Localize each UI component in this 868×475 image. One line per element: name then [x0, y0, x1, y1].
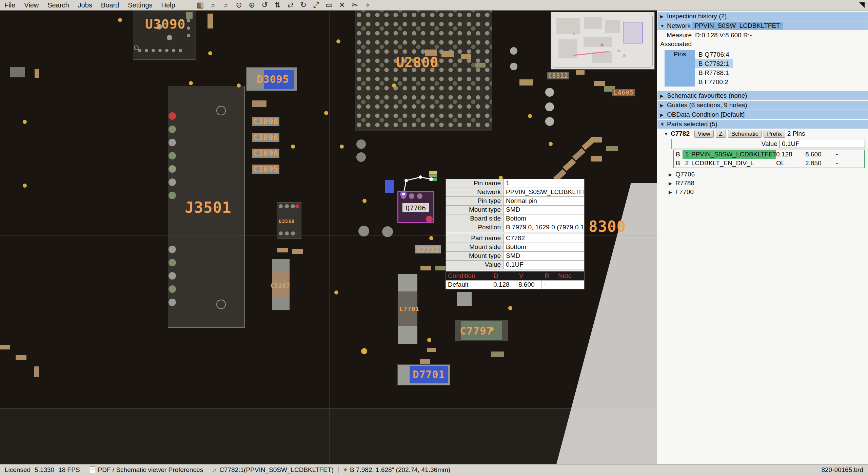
- tooltip-field-label: Board side: [446, 214, 504, 223]
- menu-settings[interactable]: Settings: [123, 1, 157, 9]
- crosshair-icon[interactable]: ⌖: [361, 1, 374, 10]
- component-label-c8312[interactable]: C8312: [547, 72, 569, 79]
- document-icon: [90, 467, 95, 473]
- board-overview-map[interactable]: [551, 12, 655, 70]
- network-name-chip[interactable]: PPVIN_S0SW_LCDBKLTFET: [692, 22, 783, 30]
- component-label-c7712[interactable]: C7712: [415, 245, 441, 253]
- condition-table-row: Default 0.128 8.600 -: [446, 280, 584, 289]
- menu-help[interactable]: Help: [157, 1, 180, 9]
- component-label-c309a[interactable]: C309A: [252, 149, 279, 158]
- component-label-l7701[interactable]: L7701: [399, 305, 419, 312]
- cut-icon[interactable]: ✂: [349, 1, 361, 10]
- component-label-u3560[interactable]: U3560: [279, 218, 295, 224]
- condition-col: Condition: [446, 271, 492, 280]
- tooltip-field-label: Position: [446, 223, 504, 232]
- component-label-d3095[interactable]: D3095: [252, 70, 294, 89]
- part-name: C7782: [671, 130, 690, 137]
- schematic-button[interactable]: Schematic: [728, 130, 762, 138]
- part-item-f7700[interactable]: ▶ F7700: [657, 188, 868, 196]
- flip-horizontal-icon[interactable]: ⇄: [284, 1, 297, 10]
- pcb-view-icon[interactable]: ▦: [194, 1, 207, 10]
- selection-label: C7782:1(PPVIN_S0SW_LCDBKLTFET): [219, 466, 334, 474]
- part-pin-row[interactable]: B 1PPVIN_S0SW_LCDBKLTFET 0.128 8.600 -: [674, 150, 864, 159]
- window-icon[interactable]: ▭: [323, 1, 336, 10]
- prefix-button[interactable]: Prefix: [764, 130, 785, 138]
- component-label-l4605[interactable]: L4605: [612, 89, 635, 96]
- menu-view[interactable]: View: [20, 1, 43, 9]
- part-item-r7788[interactable]: ▶ R7788: [657, 179, 868, 188]
- tooltip-field-label: Mount type: [446, 205, 504, 214]
- version-label: 5.1330: [35, 466, 54, 474]
- condition-name: Default: [446, 280, 491, 289]
- tooltip-field-value: 0.1UF: [504, 260, 584, 269]
- part-value-row: Value: [671, 139, 866, 149]
- pin-count-label: 2 Pins: [787, 130, 805, 137]
- sidebar-section-guides[interactable]: ▶ Guides (6 sections, 9 notes): [657, 101, 868, 110]
- tooltip-field-value: B 7979.0, 1629.0 (7979.0 1629.0): [504, 223, 584, 232]
- component-label-j3501[interactable]: J3501: [185, 199, 231, 216]
- pin-diode-value: OL: [776, 159, 805, 168]
- close-icon[interactable]: ✕: [336, 1, 349, 10]
- z-button[interactable]: Z: [716, 130, 726, 138]
- overview-region: [556, 18, 580, 34]
- pin-list-item[interactable]: B F7700:2: [695, 77, 733, 87]
- search-zoom-icon[interactable]: ⌕: [207, 1, 220, 10]
- component-label-q7706[interactable]: Q7706: [402, 203, 429, 212]
- pin-list-item[interactable]: B R7788:1: [695, 68, 733, 77]
- component-label-c3098[interactable]: C3098: [252, 117, 279, 126]
- part-value-input[interactable]: [780, 140, 865, 148]
- chevron-right-icon: ▶: [660, 14, 667, 19]
- flip-vertical-icon[interactable]: ⇅: [271, 1, 284, 10]
- sidebar-section-inspection-history[interactable]: ▶ Inspection history (2): [657, 12, 868, 21]
- status-bar: Licensed 5.1330 18 FPS PDF / Schematic v…: [0, 464, 868, 475]
- component-label-c3287[interactable]: C3287: [270, 282, 290, 289]
- menu-search[interactable]: Search: [43, 1, 73, 9]
- menu-board[interactable]: Board: [97, 1, 123, 9]
- pin-voltage-value: 8.600: [805, 150, 836, 159]
- magnifier-icon[interactable]: ⌕: [220, 1, 233, 10]
- component-label-d7701[interactable]: D7701: [410, 366, 448, 383]
- viewport-indicator[interactable]: [624, 22, 643, 43]
- zoom-out-icon[interactable]: ⊖: [233, 1, 245, 10]
- rotate-cw-icon[interactable]: ↻: [297, 1, 310, 10]
- part-detail-header-c7782[interactable]: ▼ C7782 View Z Schematic Prefix 2 Pins: [657, 129, 868, 138]
- component-label-u2800[interactable]: U2800: [396, 55, 438, 70]
- chevron-right-icon: ▶: [660, 112, 667, 117]
- component-label-c3095[interactable]: C3095: [252, 165, 279, 174]
- pin-list-item[interactable]: B Q7706:4: [695, 50, 733, 59]
- zoom-in-icon[interactable]: ⊕: [245, 1, 258, 10]
- crosshair-icon: ⌖: [343, 466, 347, 474]
- board-filename: 820-00165.brd: [821, 466, 868, 474]
- sidebar-section-schematic-favourites[interactable]: ▶ Schematic favourites (none): [657, 91, 868, 100]
- pins-block: Pins B Q7706:4 B C7782:1 B R7788:1 B F77…: [665, 50, 868, 87]
- expand-icon[interactable]: ⤢: [310, 1, 323, 10]
- pin-net: PPVIN_S0SW_LCDBKLTFET: [691, 150, 776, 159]
- corner-pin-icon[interactable]: [859, 2, 865, 8]
- part-item-q7706[interactable]: ▶ Q7706: [657, 170, 868, 179]
- sidebar-section-network[interactable]: ▼ Network PPVIN_S0SW_LCDBKLTFET: [657, 21, 868, 30]
- part-pin-table: B 1PPVIN_S0SW_LCDBKLTFET 0.128 8.600 - B…: [673, 150, 865, 168]
- menu-jobs[interactable]: Jobs: [74, 1, 97, 9]
- condition-table-header: Condition D V R Note: [446, 271, 584, 280]
- viewer-preferences[interactable]: PDF / Schematic viewer Preferences: [85, 466, 208, 474]
- value-label: Value: [762, 140, 780, 148]
- component-label-c7797[interactable]: C7797: [460, 325, 493, 337]
- part-name: R7788: [675, 179, 694, 187]
- tooltip-field-value: Bottom: [504, 243, 584, 252]
- component-label-u8300-partial[interactable]: 8300: [589, 218, 626, 235]
- tooltip-field-value: Normal pin: [504, 196, 584, 206]
- overview-dot: [617, 50, 620, 52]
- component-label-u3090[interactable]: U3090: [145, 17, 185, 32]
- sidebar-section-obdata-condition[interactable]: ▶ OBData Condition [Default]: [657, 110, 868, 119]
- component-label-c3098[interactable]: C3098: [252, 133, 279, 142]
- rotate-ccw-icon[interactable]: ↺: [258, 1, 271, 10]
- sidebar-section-parts-selected[interactable]: ▼ Parts selected (5): [657, 120, 868, 129]
- part-name: F7700: [675, 188, 694, 196]
- pin-list-item-selected[interactable]: B C7782:1: [695, 59, 733, 68]
- tooltip-field-label: Mount type: [446, 251, 504, 261]
- license-label: Licensed: [5, 466, 31, 474]
- pin-resistance-value: -: [836, 159, 864, 168]
- view-button[interactable]: View: [694, 130, 714, 138]
- part-pin-row[interactable]: B 2LCDBKLT_EN_DIV_L OL 2.850 -: [674, 159, 864, 168]
- menu-file[interactable]: File: [0, 1, 20, 9]
